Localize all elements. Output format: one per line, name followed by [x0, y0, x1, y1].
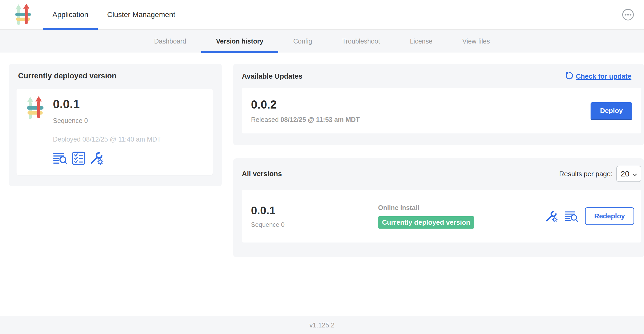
subnav-license-label: License [410, 37, 432, 45]
app-subnav: Dashboard Version history Config Trouble… [0, 30, 644, 53]
app-logo-arrows-icon [15, 4, 31, 29]
version-row-info: 0.0.1 Sequence 0 [251, 204, 378, 228]
tab-application[interactable]: Application [43, 0, 98, 29]
primary-tabs: Application Cluster Management [43, 0, 185, 29]
check-for-update-link[interactable]: Check for update [565, 72, 631, 81]
deployed-action-icons [53, 151, 161, 165]
page-footer: v1.125.2 [0, 316, 644, 334]
tab-application-label: Application [52, 10, 88, 19]
update-info: 0.0.2 Released 08/12/25 @ 11:53 am MDT [251, 98, 360, 123]
redeploy-button[interactable]: Redeploy [585, 207, 634, 225]
tab-cluster-management-label: Cluster Management [107, 10, 175, 19]
ellipsis-icon[interactable] [622, 9, 634, 21]
all-versions-card: All versions Results per page: 20 [233, 158, 644, 257]
subnav-dashboard-label: Dashboard [154, 37, 186, 45]
subnav-troubleshoot-label: Troubleshoot [342, 37, 380, 45]
right-column: Available Updates Check for update 0.0.2 [233, 64, 644, 257]
row-version-number: 0.0.1 [251, 204, 378, 217]
results-per-page-label: Results per page: [559, 170, 613, 178]
version-row-actions: Redeploy [545, 207, 634, 225]
deployed-timestamp: Deployed 08/12/25 @ 11:40 am MDT [53, 136, 161, 143]
update-version-number: 0.0.2 [251, 98, 360, 111]
top-header: Application Cluster Management [0, 0, 644, 30]
tab-cluster-management[interactable]: Cluster Management [98, 0, 185, 29]
subnav-view-files[interactable]: View files [447, 30, 505, 53]
results-per-page-value: 20 [621, 169, 629, 178]
logs-icon[interactable] [53, 152, 68, 165]
logs-icon[interactable] [565, 210, 578, 223]
chevron-down-icon [632, 169, 637, 178]
available-updates-card: Available Updates Check for update 0.0.2 [233, 64, 644, 145]
version-row: 0.0.1 Sequence 0 Online Install Currentl… [242, 190, 641, 243]
deployed-sequence: Sequence 0 [53, 117, 161, 125]
update-row: 0.0.2 Released 08/12/25 @ 11:53 am MDT D… [242, 88, 641, 133]
row-sequence: Sequence 0 [251, 221, 378, 228]
results-per-page: Results per page: 20 [559, 166, 641, 182]
released-prefix: Released [251, 116, 279, 123]
currently-deployed-badge: Currently deployed version [378, 216, 474, 229]
refresh-icon [565, 72, 573, 81]
subnav-troubleshoot[interactable]: Troubleshoot [327, 30, 395, 53]
main-content: Currently deployed version 0.0.1 Sequenc… [0, 53, 644, 316]
update-released-timestamp: Released 08/12/25 @ 11:53 am MDT [251, 116, 360, 123]
preflight-checks-icon[interactable] [72, 152, 85, 165]
deployed-version-info: 0.0.1 Sequence 0 Deployed 08/12/25 @ 11:… [53, 96, 161, 165]
subnav-version-history-label: Version history [216, 37, 264, 45]
app-logo-arrows-icon [27, 96, 43, 165]
install-type-label: Online Install [378, 204, 474, 212]
version-row-status: Online Install Currently deployed versio… [378, 204, 474, 229]
subnav-view-files-label: View files [462, 37, 490, 45]
console-version: v1.125.2 [309, 321, 335, 329]
subnav-license[interactable]: License [395, 30, 447, 53]
subnav-version-history[interactable]: Version history [201, 30, 279, 53]
deployed-version-number: 0.0.1 [53, 97, 161, 111]
currently-deployed-card: Currently deployed version 0.0.1 Sequenc… [9, 64, 222, 186]
available-updates-title: Available Updates [242, 72, 303, 80]
check-for-update-label: Check for update [576, 72, 631, 80]
deployed-version-panel: 0.0.1 Sequence 0 Deployed 08/12/25 @ 11:… [17, 89, 213, 175]
deployed-card-title: Currently deployed version [18, 72, 213, 80]
all-versions-title: All versions [242, 170, 282, 178]
subnav-dashboard[interactable]: Dashboard [139, 30, 201, 53]
config-icon[interactable] [545, 210, 558, 223]
released-date: 08/12/25 @ 11:53 am MDT [281, 116, 360, 123]
deploy-button[interactable]: Deploy [591, 102, 632, 119]
subnav-config-label: Config [293, 37, 312, 45]
config-icon[interactable] [90, 151, 104, 165]
subnav-config[interactable]: Config [278, 30, 327, 53]
results-per-page-select[interactable]: 20 [616, 166, 641, 182]
